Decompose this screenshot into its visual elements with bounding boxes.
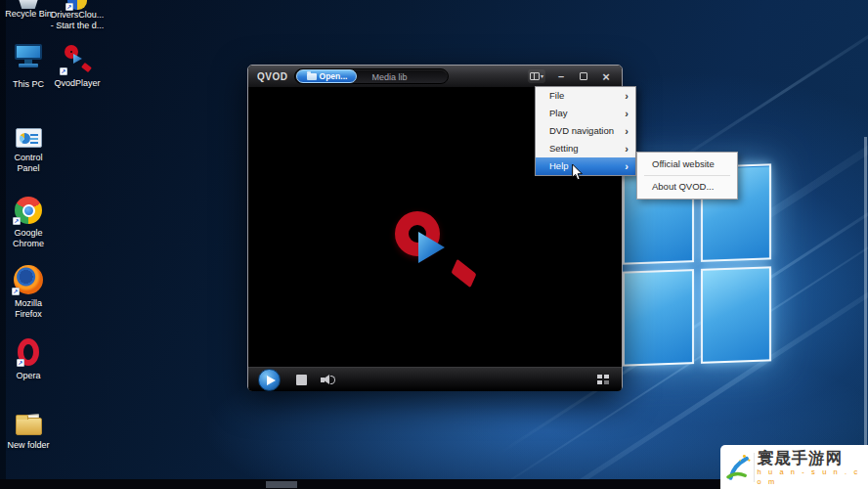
- mouse-cursor: [571, 164, 584, 185]
- icon-label: Opera: [0, 371, 57, 381]
- close-icon: ×: [602, 69, 610, 84]
- chrome-icon: ↗: [15, 197, 42, 224]
- icon-label: QvodPlayer: [49, 78, 106, 89]
- screen-edge-artifact: [864, 137, 867, 460]
- submenu-item-about-qvod[interactable]: About QVOD...: [637, 177, 737, 197]
- icon-label: DriversClou...: [49, 10, 106, 21]
- shortcut-arrow-icon: ↗: [60, 67, 67, 75]
- menu-item-setting[interactable]: Setting ›: [536, 140, 635, 157]
- windows-logo-pane: [701, 266, 772, 364]
- desktop: Recycle Bin ↗ DriversClou... - Start the…: [0, 0, 868, 489]
- window-controls: ▾ – ×: [528, 69, 622, 83]
- play-icon: [267, 376, 276, 385]
- site-watermark: 寰晟手游网 h u a n - s u n . c o m: [720, 445, 868, 489]
- desktop-icon-google-chrome[interactable]: ↗ Google Chrome: [0, 197, 57, 249]
- menu-item-file[interactable]: File ›: [536, 87, 635, 105]
- bottom-edge-artifact: [266, 481, 297, 488]
- shortcut-arrow-icon: ↗: [13, 217, 21, 225]
- open-folder-icon: [307, 73, 317, 80]
- qvod-logo-tail: [452, 259, 477, 289]
- app-title: QVOD: [248, 71, 287, 82]
- shortcut-arrow-icon: ↗: [12, 288, 20, 295]
- icon-label: New folder: [0, 440, 57, 451]
- menu-separator: [644, 175, 730, 176]
- desktop-icon-mozilla-firefox[interactable]: ↗ Mozilla Firefox: [0, 265, 57, 320]
- window-menu-button[interactable]: ▾: [528, 69, 545, 83]
- icon-label: Panel: [0, 163, 57, 174]
- watermark-site-name: 寰晟手游网: [758, 448, 868, 467]
- control-panel-icon: [16, 128, 42, 148]
- submenu-item-official-website[interactable]: Official website: [637, 155, 737, 174]
- watermark-logo-icon: [723, 450, 753, 485]
- folder-icon: [16, 415, 42, 435]
- player-control-bar: [248, 367, 622, 391]
- title-tab-bar: Open... Media lib: [294, 68, 449, 84]
- tab-open-label: Open...: [320, 71, 348, 81]
- icon-label: Firefox: [0, 309, 57, 320]
- tab-open[interactable]: Open...: [296, 69, 357, 83]
- this-pc-icon: [12, 44, 45, 75]
- desktop-icon-qvodplayer[interactable]: ↗ QvodPlayer: [49, 43, 106, 89]
- menu-item-play[interactable]: Play ›: [536, 105, 635, 122]
- submenu-arrow-icon: ›: [625, 87, 629, 105]
- submenu-arrow-icon: ›: [625, 122, 629, 140]
- icon-label: Control: [0, 153, 57, 163]
- minimize-icon: –: [558, 70, 564, 82]
- menu-item-dvd-navigation[interactable]: DVD navigation ›: [536, 122, 635, 140]
- qvodplayer-icon: ↗: [62, 43, 93, 74]
- desktop-icon-opera[interactable]: ↗ Opera: [0, 338, 57, 381]
- maximize-button[interactable]: [577, 69, 590, 83]
- windows-logo-pane: [623, 269, 694, 367]
- driverscloud-icon: ↗: [67, 0, 87, 10]
- watermark-text: 寰晟手游网 h u a n - s u n . c o m: [758, 448, 868, 487]
- desktop-icon-control-panel[interactable]: Control Panel: [0, 128, 57, 174]
- stop-button[interactable]: [296, 375, 307, 385]
- recycle-bin-icon: [17, 0, 40, 9]
- icon-label: - Start the d...: [49, 21, 106, 31]
- playlist-toggle-button[interactable]: [597, 374, 611, 385]
- maximize-icon: [580, 72, 587, 80]
- watermark-site-url: h u a n - s u n . c o m: [758, 467, 868, 487]
- playlist-icon: [597, 375, 602, 378]
- submenu-arrow-icon: ›: [625, 105, 629, 122]
- opera-icon: ↗: [18, 338, 39, 366]
- tab-media-lib[interactable]: Media lib: [371, 69, 407, 85]
- menu-panel-icon: [530, 72, 540, 80]
- shortcut-arrow-icon: ↗: [17, 359, 24, 367]
- minimize-button[interactable]: –: [554, 69, 568, 83]
- play-button[interactable]: [258, 369, 281, 391]
- help-submenu-popup: Official website About QVOD...: [636, 152, 738, 200]
- icon-label: Google: [0, 228, 57, 239]
- chevron-down-icon: ▾: [541, 73, 543, 79]
- desktop-icon-new-folder[interactable]: New folder: [0, 415, 57, 451]
- close-button[interactable]: ×: [599, 69, 613, 83]
- menu-item-help[interactable]: Help ›: [536, 157, 635, 175]
- volume-button[interactable]: [321, 374, 336, 386]
- firefox-icon: ↗: [14, 265, 43, 294]
- icon-label: Chrome: [0, 239, 57, 249]
- shortcut-arrow-icon: ↗: [65, 3, 73, 11]
- icon-label: Mozilla: [0, 298, 57, 309]
- submenu-arrow-icon: ›: [625, 140, 629, 157]
- player-menu-popup: File › Play › DVD navigation › Setting ›…: [535, 86, 636, 176]
- submenu-arrow-icon: ›: [625, 157, 629, 175]
- qvod-logo: [395, 211, 485, 291]
- title-bar[interactable]: QVOD Open... Media lib ▾ – ×: [248, 66, 622, 87]
- desktop-icon-driverscloud[interactable]: ↗ DriversClou... - Start the d...: [49, 0, 106, 31]
- watermark-divider: [754, 453, 755, 482]
